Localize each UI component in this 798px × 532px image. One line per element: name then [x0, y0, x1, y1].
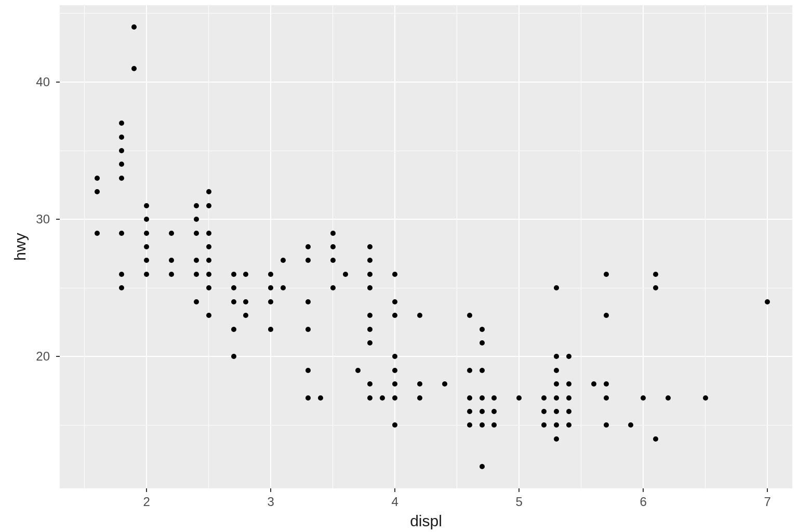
gridline-vertical: [518, 5, 520, 488]
data-point: [194, 231, 199, 236]
data-point: [95, 189, 100, 194]
data-point: [480, 327, 485, 332]
gridline-horizontal: [60, 219, 792, 220]
data-point: [268, 327, 273, 332]
gridline-vertical: [581, 5, 581, 488]
x-tick-label: 6: [640, 495, 647, 509]
gridline-horizontal: [60, 425, 792, 425]
data-point: [554, 436, 559, 442]
data-point: [417, 395, 422, 401]
data-point: [541, 395, 547, 401]
data-point: [305, 244, 311, 249]
data-point: [467, 313, 472, 318]
data-point: [765, 299, 770, 304]
x-tick-mark: [518, 488, 520, 492]
data-point: [653, 436, 658, 442]
x-tick-label: 4: [392, 495, 398, 509]
data-point: [318, 395, 323, 401]
data-point: [194, 272, 199, 277]
data-point: [703, 395, 708, 401]
gridline-horizontal: [60, 13, 792, 14]
data-point: [392, 368, 397, 373]
data-point: [206, 313, 211, 318]
x-tick-label: 2: [143, 495, 150, 509]
data-point: [169, 231, 174, 236]
x-tick-mark: [146, 488, 147, 492]
data-point: [169, 272, 174, 277]
y-axis-title: hwy: [11, 231, 29, 262]
data-point: [380, 395, 385, 401]
data-point: [367, 327, 373, 332]
x-tick-mark: [643, 488, 644, 492]
scatter-chart: displ hwy 234567 203040: [0, 0, 798, 532]
gridline-horizontal: [60, 151, 792, 151]
data-point: [343, 272, 348, 277]
data-point: [467, 368, 472, 373]
data-point: [305, 327, 311, 332]
x-tick-mark: [767, 488, 768, 492]
data-point: [305, 395, 311, 401]
x-axis-title: displ: [405, 512, 447, 530]
data-point: [206, 203, 211, 208]
data-point: [480, 464, 485, 469]
data-point: [206, 285, 211, 290]
data-point: [566, 409, 571, 414]
data-point: [231, 272, 236, 277]
data-point: [330, 231, 336, 236]
data-point: [480, 368, 485, 373]
data-point: [355, 368, 361, 373]
x-tick-label: 5: [516, 495, 523, 509]
data-point: [231, 354, 236, 359]
gridline-horizontal: [60, 356, 792, 357]
data-point: [194, 299, 199, 304]
x-tick-label: 7: [764, 495, 771, 509]
data-point: [591, 381, 596, 387]
data-point: [467, 395, 472, 401]
data-point: [566, 381, 571, 387]
data-point: [480, 409, 485, 414]
data-point: [95, 231, 100, 236]
y-tick-mark: [56, 82, 60, 83]
data-point: [206, 272, 211, 277]
gridline-vertical: [705, 5, 706, 488]
data-point: [480, 395, 485, 401]
data-point: [206, 244, 211, 249]
y-tick-mark: [56, 219, 60, 220]
y-tick-label: 40: [36, 75, 50, 89]
data-point: [541, 409, 547, 414]
data-point: [604, 381, 609, 387]
data-point: [480, 340, 485, 345]
x-tick-mark: [270, 488, 271, 492]
data-point: [330, 244, 336, 249]
data-point: [467, 409, 472, 414]
data-point: [554, 395, 559, 401]
data-point: [144, 231, 149, 236]
data-point: [442, 381, 447, 387]
data-point: [604, 395, 609, 401]
data-point: [666, 395, 671, 401]
data-point: [566, 395, 571, 401]
gridline-vertical: [643, 5, 644, 488]
gridline-vertical: [270, 5, 271, 488]
data-point: [330, 285, 336, 290]
gridline-horizontal: [60, 82, 792, 83]
data-point: [194, 217, 199, 222]
data-point: [554, 409, 559, 414]
gridline-vertical: [394, 5, 395, 488]
data-point: [392, 395, 397, 401]
plot-panel: [60, 5, 792, 488]
data-point: [231, 299, 236, 304]
data-point: [231, 285, 236, 290]
data-point: [131, 66, 137, 71]
data-point: [95, 176, 100, 181]
data-point: [653, 272, 658, 277]
data-point: [554, 368, 559, 373]
data-point: [516, 395, 522, 401]
data-point: [641, 395, 646, 401]
data-point: [604, 313, 609, 318]
x-tick-mark: [394, 488, 395, 492]
gridline-horizontal: [60, 288, 792, 288]
data-point: [604, 422, 609, 428]
y-tick-mark: [56, 356, 60, 357]
data-point: [206, 231, 211, 236]
